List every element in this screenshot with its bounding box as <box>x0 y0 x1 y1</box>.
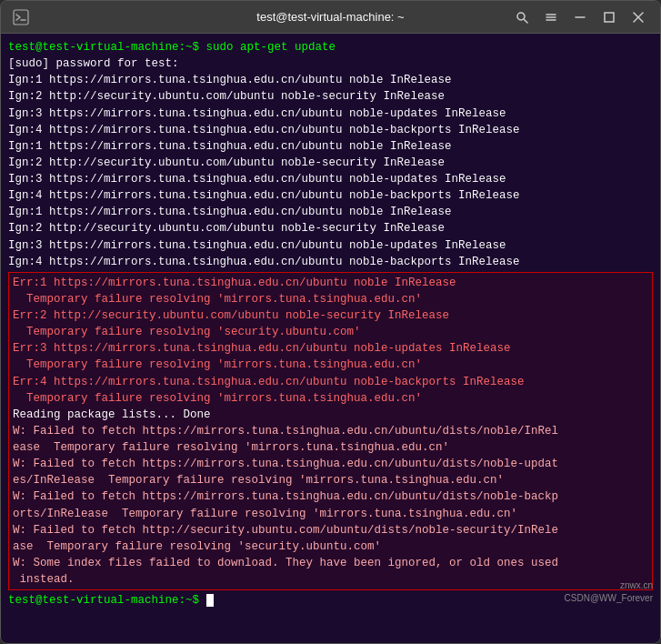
warn-line-1: W: Failed to fetch https://mirrors.tuna.… <box>13 423 648 456</box>
svg-rect-0 <box>14 10 28 25</box>
line-6: Ign:1 https://mirrors.tuna.tsinghua.edu.… <box>8 138 653 155</box>
line-5: Ign:4 https://mirrors.tuna.tsinghua.edu.… <box>8 122 653 138</box>
line-8: Ign:3 https://mirrors.tuna.tsinghua.edu.… <box>8 171 653 187</box>
warn-line-4: W: Failed to fetch http://security.ubunt… <box>13 522 648 555</box>
err-sub-4: Temporary failure resolving 'mirrors.tun… <box>13 390 648 407</box>
maximize-button[interactable] <box>598 6 620 28</box>
search-button[interactable] <box>511 6 533 28</box>
cursor <box>206 594 214 607</box>
line-11: Ign:2 http://security.ubuntu.com/ubuntu … <box>8 220 653 236</box>
warn-line-5: W: Some index files failed to download. … <box>13 555 648 588</box>
svg-line-3 <box>525 19 528 23</box>
warn-line-3: W: Failed to fetch https://mirrors.tuna.… <box>13 488 648 521</box>
terminal-window: test@test-virtual-machine: ~ <box>0 0 661 644</box>
err-sub-2: Temporary failure resolving 'security.ub… <box>13 324 648 340</box>
warn-line-2: W: Failed to fetch https://mirrors.tuna.… <box>13 456 648 488</box>
watermark: znwx.cn CSDN@WW_Forever <box>565 579 653 605</box>
window-controls <box>511 6 649 28</box>
line-3: Ign:2 http://security.ubuntu.com/ubuntu … <box>8 88 653 105</box>
line-12: Ign:3 https://mirrors.tuna.tsinghua.edu.… <box>8 237 653 254</box>
err-line-4: Err:4 https://mirrors.tuna.tsinghua.edu.… <box>13 374 648 390</box>
window-title: test@test-virtual-machine: ~ <box>256 10 404 24</box>
minimize-button[interactable] <box>569 6 591 28</box>
err-line-2: Err:2 http://security.ubuntu.com/ubuntu … <box>13 307 648 324</box>
line-0: test@test-virtual-machine:~$ sudo apt-ge… <box>8 39 653 55</box>
watermark-author: CSDN@WW_Forever <box>565 592 653 605</box>
line-13: Ign:4 https://mirrors.tuna.tsinghua.edu.… <box>8 254 653 270</box>
close-button[interactable] <box>627 6 649 28</box>
err-sub-1: Temporary failure resolving 'mirrors.tun… <box>13 291 648 307</box>
error-box: Err:1 https://mirrors.tuna.tsinghua.edu.… <box>8 272 653 590</box>
err-line-1: Err:1 https://mirrors.tuna.tsinghua.edu.… <box>13 275 648 291</box>
terminal-body[interactable]: test@test-virtual-machine:~$ sudo apt-ge… <box>1 34 660 643</box>
line-4: Ign:3 https://mirrors.tuna.tsinghua.edu.… <box>8 106 653 122</box>
line-7: Ign:2 http://security.ubuntu.com/ubuntu … <box>8 155 653 171</box>
terminal-icon <box>12 8 30 26</box>
titlebar: test@test-virtual-machine: ~ <box>1 1 660 34</box>
line-10: Ign:1 https://mirrors.tuna.tsinghua.edu.… <box>8 204 653 220</box>
err-line-3: Err:3 https://mirrors.tuna.tsinghua.edu.… <box>13 340 648 357</box>
menu-button[interactable] <box>540 6 562 28</box>
svg-point-2 <box>517 13 525 20</box>
line-1: [sudo] password for test: <box>8 55 653 72</box>
svg-rect-8 <box>605 13 614 22</box>
reading-pkgs: Reading package lists... Done <box>13 407 648 423</box>
line-2: Ign:1 https://mirrors.tuna.tsinghua.edu.… <box>8 72 653 88</box>
err-sub-3: Temporary failure resolving 'mirrors.tun… <box>13 357 648 373</box>
line-9: Ign:4 https://mirrors.tuna.tsinghua.edu.… <box>8 187 653 204</box>
titlebar-left <box>12 8 30 26</box>
final-prompt: test@test-virtual-machine:~$ <box>8 592 653 609</box>
watermark-site: znwx.cn <box>565 579 653 592</box>
